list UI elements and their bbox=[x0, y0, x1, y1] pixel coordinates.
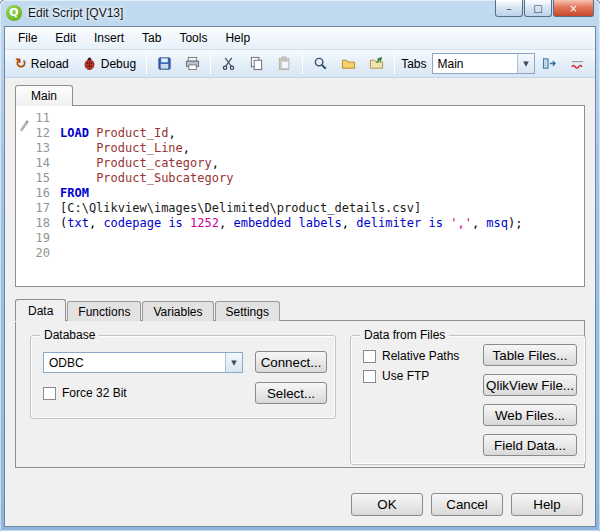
code-line: 17[C:\Qlikview\images\Delimited\product_… bbox=[16, 201, 584, 216]
database-combobox-value: ODBC bbox=[44, 353, 225, 372]
select-button[interactable]: Select... bbox=[255, 382, 327, 404]
tab-data[interactable]: Data bbox=[15, 299, 66, 321]
copy-button[interactable] bbox=[243, 53, 270, 74]
tab-functions[interactable]: Functions bbox=[67, 301, 141, 321]
find-button[interactable] bbox=[307, 53, 334, 74]
reload-icon: ↻ bbox=[15, 56, 27, 71]
tabs-combobox[interactable]: Main ▼ bbox=[432, 53, 536, 74]
qlikview-file-button[interactable]: QlikView File... bbox=[483, 374, 577, 396]
qlikview-icon[interactable]: Q bbox=[6, 5, 22, 21]
toolbar-separator bbox=[146, 54, 147, 74]
move-tab-icon bbox=[542, 56, 557, 71]
save-button[interactable] bbox=[151, 53, 178, 74]
window-body: File Edit Insert Tab Tools Help ↻ Reload bbox=[4, 26, 596, 527]
code-text bbox=[60, 111, 584, 126]
code-text bbox=[60, 246, 584, 261]
debug-icon bbox=[82, 56, 97, 71]
code-line: 14 Product_category, bbox=[16, 156, 584, 171]
toolbar-separator bbox=[210, 54, 211, 74]
line-number: 20 bbox=[16, 246, 60, 261]
cancel-button[interactable]: Cancel bbox=[431, 493, 503, 516]
open-folder-icon bbox=[341, 56, 356, 71]
database-group-label: Database bbox=[40, 328, 99, 342]
reload-label: Reload bbox=[31, 57, 69, 71]
ok-button[interactable]: OK bbox=[351, 493, 423, 516]
line-number: 15 bbox=[16, 171, 60, 186]
paste-button[interactable] bbox=[271, 53, 298, 74]
edit-script-window: Q Edit Script [QV13] – □ × File Edit Ins… bbox=[0, 0, 600, 531]
include-file-button[interactable] bbox=[363, 53, 390, 74]
code-text: LOAD Product_Id, bbox=[60, 126, 584, 141]
line-number: 13 bbox=[16, 141, 60, 156]
toolbar: ↻ Reload Debug bbox=[5, 50, 595, 78]
web-files-button[interactable]: Web Files... bbox=[483, 404, 577, 426]
window-title: Edit Script [QV13] bbox=[28, 6, 123, 20]
force-32-bit-checkbox[interactable] bbox=[43, 387, 56, 400]
debug-button[interactable]: Debug bbox=[76, 53, 142, 74]
copy-icon bbox=[249, 56, 264, 71]
script-tab-strip: Main bbox=[15, 84, 585, 105]
minimize-button[interactable]: – bbox=[495, 0, 523, 17]
find-icon bbox=[313, 56, 328, 71]
relative-paths-checkbox[interactable] bbox=[363, 350, 376, 363]
use-ftp-checkrow[interactable]: Use FTP bbox=[363, 369, 429, 383]
syntax-check-button[interactable] bbox=[564, 53, 591, 74]
code-text bbox=[60, 231, 584, 246]
menu-bar: File Edit Insert Tab Tools Help bbox=[5, 27, 595, 50]
reload-button[interactable]: ↻ Reload bbox=[9, 53, 75, 74]
code-line: 16FROM bbox=[16, 186, 584, 201]
margin-marker-icon bbox=[18, 114, 29, 136]
open-folder-button[interactable] bbox=[335, 53, 362, 74]
toolbar-separator bbox=[394, 54, 395, 74]
menu-tab[interactable]: Tab bbox=[133, 27, 170, 49]
maximize-button[interactable]: □ bbox=[524, 0, 552, 17]
line-number: 18 bbox=[16, 216, 60, 231]
menu-file[interactable]: File bbox=[9, 27, 46, 49]
table-files-button[interactable]: Table Files... bbox=[483, 344, 577, 366]
code-text: FROM bbox=[60, 186, 584, 201]
menu-help[interactable]: Help bbox=[216, 27, 259, 49]
connect-button[interactable]: Connect... bbox=[255, 351, 327, 373]
menu-edit[interactable]: Edit bbox=[46, 27, 85, 49]
toolbar-separator bbox=[302, 54, 303, 74]
data-tab-panel: Database ODBC ▼ Connect... Force 32 Bit … bbox=[15, 320, 585, 468]
code-line: 12LOAD Product_Id, bbox=[16, 126, 584, 141]
help-button[interactable]: Help bbox=[511, 493, 583, 516]
script-tab-main[interactable]: Main bbox=[15, 85, 73, 106]
editor-lines: 1112LOAD Product_Id,13 Product_Line,14 P… bbox=[16, 111, 584, 261]
window-controls: – □ × bbox=[494, 0, 594, 17]
force-32-bit-label: Force 32 Bit bbox=[62, 386, 127, 400]
script-editor[interactable]: 1112LOAD Product_Id,13 Product_Line,14 P… bbox=[15, 105, 585, 287]
use-ftp-checkbox[interactable] bbox=[363, 370, 376, 383]
tabs-combobox-arrow-icon[interactable]: ▼ bbox=[517, 54, 534, 73]
tabs-label: Tabs bbox=[399, 57, 430, 71]
code-line: 13 Product_Line, bbox=[16, 141, 584, 156]
move-tab-button[interactable] bbox=[536, 53, 563, 74]
code-text: [C:\Qlikview\images\Delimited\product_de… bbox=[60, 201, 584, 216]
menu-insert[interactable]: Insert bbox=[85, 27, 133, 49]
print-button[interactable] bbox=[179, 53, 206, 74]
tab-settings[interactable]: Settings bbox=[215, 301, 280, 321]
titlebar[interactable]: Q Edit Script [QV13] – □ × bbox=[0, 0, 600, 26]
line-number: 19 bbox=[16, 231, 60, 246]
code-text: Product_Line, bbox=[60, 141, 584, 156]
line-number: 14 bbox=[16, 156, 60, 171]
code-line: 20 bbox=[16, 246, 584, 261]
relative-paths-checkrow[interactable]: Relative Paths bbox=[363, 349, 459, 363]
cut-button[interactable] bbox=[215, 53, 242, 74]
menu-tools[interactable]: Tools bbox=[170, 27, 216, 49]
data-from-files-group: Data from Files Relative Paths Use FTP T… bbox=[350, 335, 586, 465]
force-32-bit-checkrow[interactable]: Force 32 Bit bbox=[43, 386, 127, 400]
field-data-button[interactable]: Field Data... bbox=[483, 434, 577, 456]
database-group: Database ODBC ▼ Connect... Force 32 Bit … bbox=[30, 335, 336, 419]
close-button[interactable]: × bbox=[553, 0, 594, 17]
code-line: 11 bbox=[16, 111, 584, 126]
tab-variables[interactable]: Variables bbox=[142, 301, 213, 321]
debug-label: Debug bbox=[101, 57, 136, 71]
dialog-footer: OK Cancel Help bbox=[351, 493, 583, 516]
database-combobox[interactable]: ODBC ▼ bbox=[43, 352, 243, 373]
cut-icon bbox=[221, 56, 236, 71]
database-combobox-arrow-icon[interactable]: ▼ bbox=[225, 353, 242, 372]
code-line: 19 bbox=[16, 231, 584, 246]
syntax-check-icon bbox=[570, 56, 585, 71]
